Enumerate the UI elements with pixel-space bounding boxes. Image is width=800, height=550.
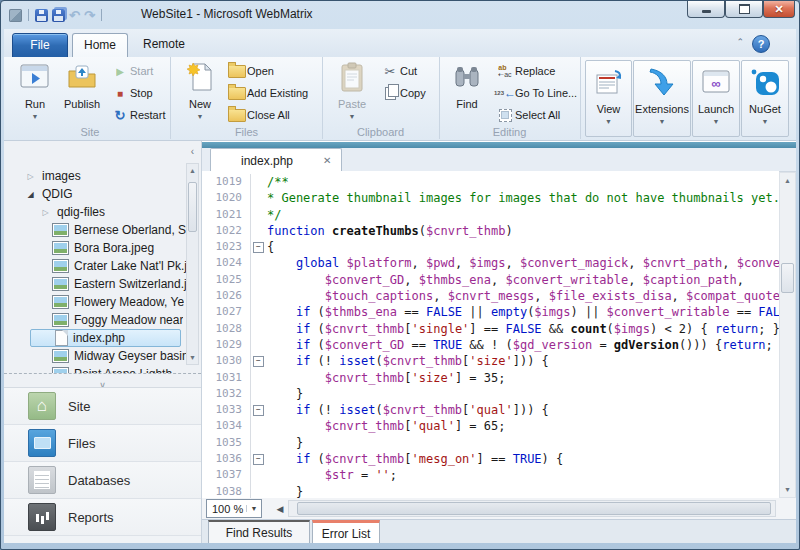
tree-item-images[interactable]: ▷images [4,167,201,185]
scroll-down-icon[interactable]: ▼ [187,354,198,361]
new-button[interactable]: New ▼ [179,59,221,125]
tree-item-bora-bora-jpeg[interactable]: Bora Bora.jpeg [4,239,201,257]
code-line[interactable]: 1024 global $platform, $pwd, $imgs, $con… [202,255,779,271]
code-line[interactable]: 1020* Generate thumbnail images for imag… [202,190,779,206]
nav-item-databases[interactable]: Databases [4,462,201,499]
code-line[interactable]: 1029 if ($convert_GD == TRUE && ! ($gd_v… [202,337,779,353]
expanded-arrow-icon[interactable]: ◢ [24,190,37,199]
tree-item-qdig-files[interactable]: ▷qdig-files [4,203,201,221]
horizontal-scrollbar[interactable] [288,500,776,517]
tab-remote[interactable]: Remote [132,33,196,56]
panel-splitter[interactable]: ∨ [4,373,201,388]
nav-item-files[interactable]: Files [4,425,201,462]
scrollbar-thumb[interactable] [297,502,771,515]
tree-item-label: Eastern Switzerland.jp [74,277,193,291]
code-line[interactable]: 1027 if ($thmbs_ena == FALSE || empty($i… [202,304,779,320]
undo-icon[interactable]: ↶ [69,9,80,22]
zoom-dropdown[interactable]: 100 % ▼ [206,499,262,518]
minimize-button[interactable] [687,1,725,18]
fold-margin [251,255,265,271]
group-label-editing: Editing [439,126,580,138]
code-line[interactable]: 1035 } [202,435,779,451]
code-line[interactable]: 1026 $touch_captions, $cnvrt_mesgs, $fil… [202,288,779,304]
scroll-down-icon[interactable]: ▼ [780,486,795,493]
title-bar[interactable]: ↶ ↷ WebSite1 - Microsoft WebMatrix ✕ [1,1,799,29]
code-line[interactable]: 1032 } [202,386,779,402]
close-tab-icon[interactable]: ✕ [323,155,341,166]
code-line[interactable]: 1030− if (! isset($cnvrt_thmb['size'])) … [202,353,779,369]
tab-file[interactable]: File [12,33,68,58]
collapse-ribbon-icon[interactable]: ⌃ [736,37,744,47]
fold-collapse-icon[interactable]: − [251,402,265,418]
tree-item-qdig[interactable]: ◢QDIG [4,185,201,203]
open-button[interactable]: Open [227,60,274,82]
scrollbar-thumb[interactable] [188,182,197,232]
code-line[interactable]: 1036− if ($cnvrt_thmb['mesg_on'] == TRUE… [202,451,779,467]
copy-button[interactable]: Copy [380,82,426,104]
code-line[interactable]: 1034 $cnvrt_thmb['qual'] = 65; [202,418,779,434]
help-icon[interactable]: ? [752,35,770,53]
publish-button[interactable]: Publish [58,59,106,125]
code-line[interactable]: 1023−{ [202,239,779,255]
start-button[interactable]: ▶ Start [110,60,153,82]
tree-scrollbar[interactable]: ▲ ▼ [186,163,199,365]
code-line[interactable]: 1019/** [202,174,779,190]
maximize-button[interactable] [725,1,763,18]
save-all-icon[interactable] [52,9,65,22]
view-button[interactable]: View ▼ [585,60,632,137]
scrollbar-thumb[interactable] [781,263,794,293]
code-line[interactable]: 1025 $convert_GD, $thmbs_ena, $convert_w… [202,272,779,288]
nav-item-reports[interactable]: Reports [4,499,201,536]
replace-button[interactable]: ab⇠ac Replace [495,60,555,82]
group-label-clipboard: Clipboard [322,126,439,138]
code-line[interactable]: 1021*/ [202,207,779,223]
scroll-up-icon[interactable]: ▲ [187,167,198,174]
tab-find-results[interactable]: Find Results [208,520,310,543]
tree-item-midway-geyser-basin[interactable]: Midway Geyser basin [4,347,201,365]
databases-icon [28,466,56,494]
nuget-button[interactable]: NuGet ▼ [741,60,789,137]
launch-button[interactable]: ∞ Launch ▼ [692,60,740,137]
select-all-button[interactable]: Select All [495,104,560,126]
extensions-button[interactable]: Extensions ▼ [633,60,691,137]
tree-item-bernese-oberland-sv[interactable]: Bernese Oberland, Sv [4,221,201,239]
tree-item-crater-lake-nat-l-pk-j[interactable]: Crater Lake Nat'l Pk.j [4,257,201,275]
code-line[interactable]: 1031 $cnvrt_thmb['size'] = 35; [202,370,779,386]
paste-button[interactable]: Paste ▼ [330,59,374,125]
fold-collapse-icon[interactable]: − [251,451,265,467]
tree-item-flowery-meadow-ye[interactable]: Flowery Meadow, Ye [4,293,201,311]
nav-item-site[interactable]: ⌂Site [4,388,201,425]
scroll-left-icon[interactable]: ◀ [272,504,288,514]
nav-item-label: Databases [68,473,130,488]
tab-error-list[interactable]: Error List [312,520,380,543]
code-line[interactable]: 1022function createThumbs($cnvrt_thmb) [202,223,779,239]
tree-item-foggy-meadow-near[interactable]: Foggy Meadow near [4,311,201,329]
code-editor[interactable]: 1019/**1020* Generate thumbnail images f… [202,171,779,501]
editor-scrollbar[interactable]: ▲ ▼ [779,172,796,498]
goto-line-button[interactable]: 123← Go To Line... [495,82,577,104]
add-existing-button[interactable]: Add Existing [227,82,308,104]
cut-button[interactable]: ✂ Cut [380,60,417,82]
save-icon[interactable] [35,9,48,22]
app-icon[interactable] [9,9,22,22]
tree-item-eastern-switzerland-jp[interactable]: Eastern Switzerland.jp [4,275,201,293]
fold-collapse-icon[interactable]: − [251,239,265,255]
collapsed-arrow-icon[interactable]: ▷ [39,208,52,217]
tree-item-index-php[interactable]: index.php [30,329,181,347]
restart-button[interactable]: ↻ Restart [110,104,165,126]
editor-tab-indexphp[interactable]: index.php ✕ [210,148,342,172]
redo-icon[interactable]: ↷ [84,9,95,22]
tab-home[interactable]: Home [72,33,128,58]
tree-item-point-arena-lighth[interactable]: Point Arena Lighth [4,365,201,373]
scroll-up-icon[interactable]: ▲ [780,177,795,184]
code-line[interactable]: 1037 $str = ''; [202,467,779,483]
code-line[interactable]: 1028 if ($cnvrt_thmb['single'] == FALSE … [202,321,779,337]
find-button[interactable]: Find [445,59,489,125]
code-line[interactable]: 1033− if (! isset($cnvrt_thmb['qual'])) … [202,402,779,418]
close-all-button[interactable]: Close All [227,104,290,126]
fold-collapse-icon[interactable]: − [251,353,265,369]
close-button[interactable]: ✕ [763,1,795,18]
run-button[interactable]: Run ▼ [14,59,56,125]
stop-button[interactable]: ■ Stop [110,82,153,104]
collapsed-arrow-icon[interactable]: ▷ [24,172,37,181]
